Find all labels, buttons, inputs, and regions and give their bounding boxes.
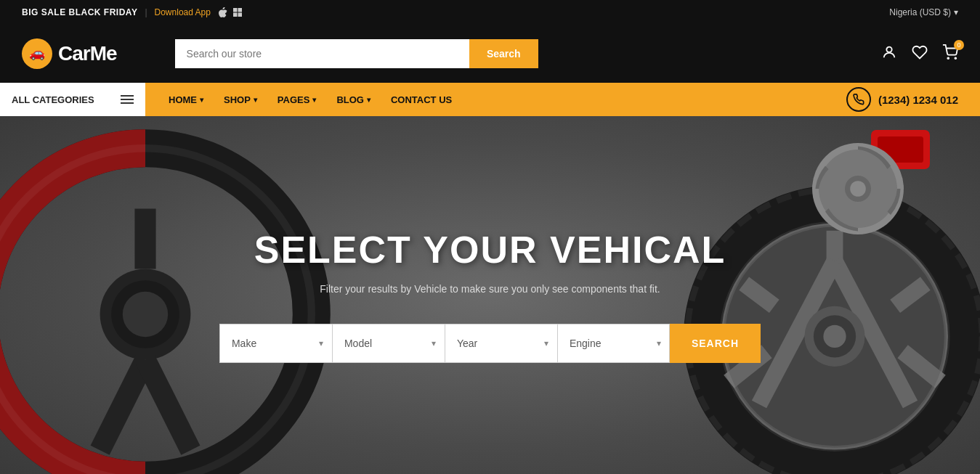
top-bar: BIG SALE BLACK FRIDAY | Download App Nig… bbox=[0, 0, 980, 25]
nav-link-pages[interactable]: PAGES ▾ bbox=[269, 83, 325, 116]
nav-menu: HOME ▾ SHOP ▾ PAGES ▾ BLOG ▾ CONTACT US bbox=[145, 83, 475, 116]
phone-number: (1234) 1234 012 bbox=[878, 94, 958, 106]
wishlist-icon[interactable] bbox=[912, 44, 928, 64]
svg-point-6 bbox=[886, 46, 891, 52]
region-selector[interactable]: Nigeria (USD $) ▾ bbox=[889, 7, 958, 17]
svg-point-8 bbox=[955, 57, 956, 59]
cart-badge: 0 bbox=[954, 40, 964, 50]
all-categories-label: ALL CATEGORIES bbox=[12, 94, 94, 105]
nav-item-pages[interactable]: PAGES ▾ bbox=[269, 83, 325, 116]
svg-rect-2 bbox=[233, 13, 238, 17]
chevron-down-icon: ▾ bbox=[254, 96, 257, 104]
nav-bar: ALL CATEGORIES HOME ▾ SHOP ▾ PAGES ▾ bbox=[0, 83, 980, 116]
nav-item-contact[interactable]: CONTACT US bbox=[382, 83, 461, 116]
svg-rect-3 bbox=[238, 13, 242, 17]
region-text: Nigeria (USD $) bbox=[889, 7, 951, 17]
make-select[interactable]: Make bbox=[219, 324, 332, 363]
year-wrapper: Year bbox=[445, 324, 557, 363]
vehicle-search-button[interactable]: SEARCH bbox=[670, 324, 761, 363]
nav-item-blog[interactable]: BLOG ▾ bbox=[328, 83, 379, 116]
brake-disc-decoration bbox=[806, 123, 936, 240]
top-bar-left: BIG SALE BLACK FRIDAY | Download App bbox=[22, 7, 243, 17]
svg-text:🚗: 🚗 bbox=[29, 45, 46, 61]
header: 🚗 CarMe Search 0 bbox=[0, 25, 980, 83]
hero-content: SELECT YOUR VEHICAL Filter your results … bbox=[219, 228, 761, 363]
phone-section: (1234) 1234 012 bbox=[846, 87, 980, 112]
year-select[interactable]: Year bbox=[445, 324, 557, 363]
search-input[interactable] bbox=[175, 39, 469, 68]
model-wrapper: Model bbox=[332, 324, 445, 363]
nav-link-shop[interactable]: SHOP ▾ bbox=[215, 83, 266, 116]
svg-line-14 bbox=[100, 359, 145, 450]
search-bar: Search bbox=[175, 39, 538, 68]
hero-section: SELECT YOUR VEHICAL Filter your results … bbox=[0, 116, 980, 474]
download-app-link[interactable]: Download App bbox=[155, 7, 211, 17]
chevron-down-icon: ▾ bbox=[367, 96, 370, 104]
svg-point-7 bbox=[947, 57, 949, 59]
nav-item-shop[interactable]: SHOP ▾ bbox=[215, 83, 266, 116]
logo[interactable]: 🚗 CarMe bbox=[22, 38, 117, 69]
logo-text: CarMe bbox=[58, 42, 117, 65]
svg-rect-0 bbox=[233, 8, 238, 12]
svg-point-37 bbox=[850, 181, 866, 197]
search-button[interactable]: Search bbox=[469, 39, 538, 68]
header-icons: 0 bbox=[881, 44, 958, 64]
chevron-down-icon: ▾ bbox=[312, 96, 316, 104]
nav-link-home[interactable]: HOME ▾ bbox=[160, 83, 212, 116]
all-categories[interactable]: ALL CATEGORIES bbox=[0, 83, 145, 116]
svg-line-15 bbox=[145, 359, 190, 450]
nav-link-contact[interactable]: CONTACT US bbox=[382, 83, 461, 116]
svg-point-12 bbox=[123, 292, 168, 337]
model-select[interactable]: Model bbox=[332, 324, 445, 363]
windows-icon bbox=[232, 7, 243, 17]
apple-icon bbox=[218, 7, 228, 17]
make-wrapper: Make bbox=[219, 324, 332, 363]
top-bar-divider: | bbox=[145, 7, 147, 17]
hero-subtitle: Filter your results by Vehicle to make s… bbox=[219, 283, 761, 295]
phone-icon bbox=[846, 87, 871, 112]
cart-icon[interactable]: 0 bbox=[942, 44, 958, 64]
account-icon[interactable] bbox=[881, 44, 897, 64]
engine-wrapper: Engine bbox=[557, 324, 670, 363]
hamburger-icon bbox=[121, 95, 134, 104]
sale-text: BIG SALE BLACK FRIDAY bbox=[22, 7, 137, 17]
nav-link-blog[interactable]: BLOG ▾ bbox=[328, 83, 379, 116]
svg-point-30 bbox=[823, 325, 846, 348]
chevron-down-icon: ▾ bbox=[200, 96, 203, 104]
svg-rect-1 bbox=[238, 8, 242, 12]
vehicle-search-form: Make Model Year Engine SEARCH bbox=[219, 324, 761, 363]
nav-item-home[interactable]: HOME ▾ bbox=[160, 83, 212, 116]
region-arrow: ▾ bbox=[954, 7, 958, 17]
hero-title: SELECT YOUR VEHICAL bbox=[219, 228, 761, 271]
platform-icons bbox=[218, 7, 243, 17]
engine-select[interactable]: Engine bbox=[557, 324, 670, 363]
logo-icon: 🚗 bbox=[22, 38, 52, 69]
